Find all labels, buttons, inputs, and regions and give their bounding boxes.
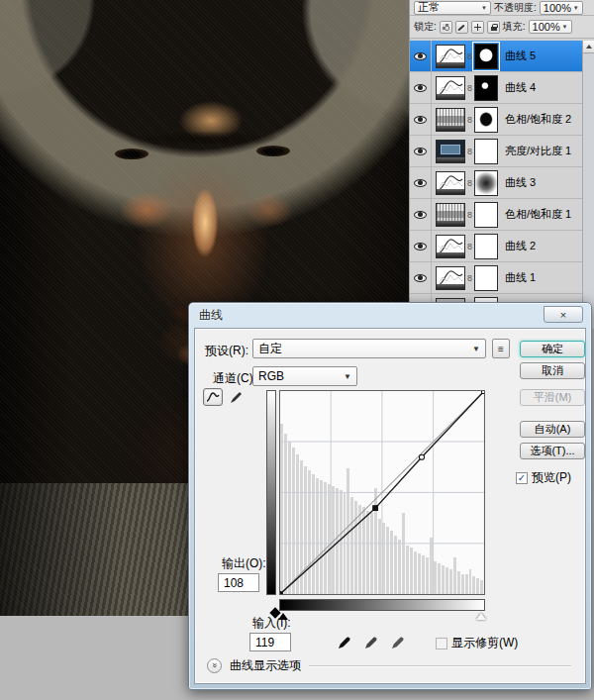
lock-all-button[interactable] xyxy=(487,21,500,34)
layer-row[interactable]: 8 曲线 1 xyxy=(410,262,582,294)
preset-dropdown[interactable]: 自定 ▼ xyxy=(252,339,486,358)
pencil-tool-button[interactable] xyxy=(226,388,246,406)
display-options-label: 曲线显示选项 xyxy=(230,657,301,674)
curve-plot[interactable] xyxy=(280,391,484,594)
scrollbar-up-button[interactable] xyxy=(583,41,594,53)
preset-label: 预设(R): xyxy=(205,343,248,359)
layer-row[interactable]: 8 亮度/对比度 1 xyxy=(410,136,582,167)
fill-dropdown[interactable]: 100% ▼ xyxy=(529,20,572,34)
layer-mask-thumbnail[interactable] xyxy=(474,202,498,228)
output-field[interactable]: 108 xyxy=(218,573,259,592)
layer-mask-thumbnail[interactable] xyxy=(474,107,498,133)
channel-dropdown[interactable]: RGB ▼ xyxy=(252,366,357,386)
layer-name: 曲线 1 xyxy=(505,270,536,285)
eyedropper-icon xyxy=(391,635,406,650)
adjustment-thumbnail[interactable] xyxy=(436,266,465,290)
blend-mode-value: 正常 xyxy=(418,0,440,15)
chevron-down-icon: ▼ xyxy=(573,5,579,11)
output-label: 输出(O): xyxy=(222,555,266,572)
eye-icon xyxy=(414,274,427,282)
visibility-toggle[interactable] xyxy=(410,104,432,135)
expand-options-button[interactable]: » xyxy=(207,658,222,673)
mask-link-icon: 8 xyxy=(465,178,474,188)
curve-icon xyxy=(206,391,220,403)
visibility-toggle[interactable] xyxy=(410,72,432,103)
preview-checkbox[interactable]: ✓ 预览(P) xyxy=(516,469,571,486)
mask-link-icon: 8 xyxy=(465,242,474,251)
layer-name: 色相/饱和度 2 xyxy=(505,112,571,127)
photo-left-eye xyxy=(115,149,148,159)
eye-icon xyxy=(414,243,427,250)
lock-position-button[interactable] xyxy=(471,21,484,34)
white-point-slider[interactable] xyxy=(476,613,486,620)
opacity-value: 100% xyxy=(544,2,571,14)
eye-icon xyxy=(414,52,427,60)
adjustment-thumbnail[interactable] xyxy=(436,203,465,227)
lock-transparency-button[interactable] xyxy=(440,21,452,34)
layer-mask-thumbnail[interactable] xyxy=(474,234,498,259)
layer-row[interactable]: 8 色相/饱和度 1 xyxy=(410,199,582,231)
layer-mask-thumbnail[interactable] xyxy=(474,75,498,101)
adjustment-thumbnail[interactable] xyxy=(436,171,465,195)
layer-row[interactable]: 8 曲线 5 xyxy=(410,41,582,72)
visibility-toggle[interactable] xyxy=(410,262,432,293)
layer-mask-thumbnail[interactable] xyxy=(474,265,498,291)
layer-name: 曲线 2 xyxy=(505,239,536,253)
cancel-button[interactable]: 取消 xyxy=(520,362,585,379)
menu-icon: ≡ xyxy=(498,344,504,354)
ok-button[interactable]: 确定 xyxy=(520,341,585,357)
lock-icon xyxy=(491,27,497,31)
checkbox-icon xyxy=(436,638,447,650)
lock-pixels-button[interactable] xyxy=(455,21,468,34)
mask-link-icon: 8 xyxy=(465,51,474,61)
show-clipping-checkbox[interactable]: 显示修剪(W) xyxy=(436,635,518,651)
lock-buttons xyxy=(440,21,500,34)
adjustment-thumbnail[interactable] xyxy=(436,45,465,68)
black-eyedropper-button[interactable] xyxy=(335,632,354,651)
curve-point-tool-button[interactable] xyxy=(203,388,223,406)
curve-grid[interactable] xyxy=(279,390,485,595)
adjustment-thumbnail[interactable] xyxy=(436,76,465,100)
eye-icon xyxy=(414,179,427,187)
white-eyedropper-button[interactable] xyxy=(388,632,408,651)
divider xyxy=(309,665,571,667)
visibility-toggle[interactable] xyxy=(410,167,432,198)
layer-row[interactable]: 8 色相/饱和度 2 xyxy=(410,104,582,136)
visibility-toggle[interactable] xyxy=(410,231,432,261)
channel-value: RGB xyxy=(258,369,284,383)
adjustment-thumbnail[interactable] xyxy=(436,108,465,132)
input-field[interactable]: 119 xyxy=(249,633,291,651)
gray-eyedropper-button[interactable] xyxy=(361,632,381,651)
layer-row[interactable]: 8 曲线 4 xyxy=(410,72,582,104)
photo-right-eye xyxy=(256,146,290,156)
auto-button[interactable]: 自动(A) xyxy=(520,421,585,438)
adjustment-thumbnail[interactable] xyxy=(436,235,465,258)
checkbox-checked-icon: ✓ xyxy=(516,472,528,484)
adjustment-thumbnail[interactable] xyxy=(436,140,465,163)
layer-row[interactable]: 8 曲线 2 xyxy=(410,231,582,262)
visibility-toggle[interactable] xyxy=(410,136,432,166)
move-icon xyxy=(477,24,478,31)
fill-label: 填充: xyxy=(503,20,526,34)
layers-scrollbar[interactable] xyxy=(582,41,594,329)
triangle-up-icon xyxy=(586,45,592,49)
preset-options-button[interactable]: ≡ xyxy=(492,339,510,358)
layer-mask-thumbnail[interactable] xyxy=(474,170,498,196)
layer-mask-thumbnail[interactable] xyxy=(474,44,498,69)
curve-display-options-row: » 曲线显示选项 xyxy=(207,657,571,674)
chevron-down-icon: ▼ xyxy=(344,372,351,381)
visibility-toggle[interactable] xyxy=(410,199,432,230)
show-clipping-label: 显示修剪(W) xyxy=(451,635,518,651)
options-button[interactable]: 选项(T)... xyxy=(520,443,585,459)
opacity-dropdown[interactable]: 100% ▼ xyxy=(540,1,583,15)
chevron-down-icon: ▼ xyxy=(562,24,568,30)
layer-mask-thumbnail[interactable] xyxy=(474,139,498,164)
smooth-button: 平滑(M) xyxy=(520,389,585,406)
visibility-toggle[interactable] xyxy=(410,41,432,71)
close-button[interactable]: × xyxy=(544,306,583,323)
blend-mode-dropdown[interactable]: 正常 ▼ xyxy=(414,1,491,15)
eye-icon xyxy=(414,116,427,124)
pencil-icon xyxy=(230,391,243,404)
layer-row[interactable]: 8 曲线 3 xyxy=(410,167,582,199)
dialog-titlebar[interactable]: 曲线 × xyxy=(189,303,591,328)
